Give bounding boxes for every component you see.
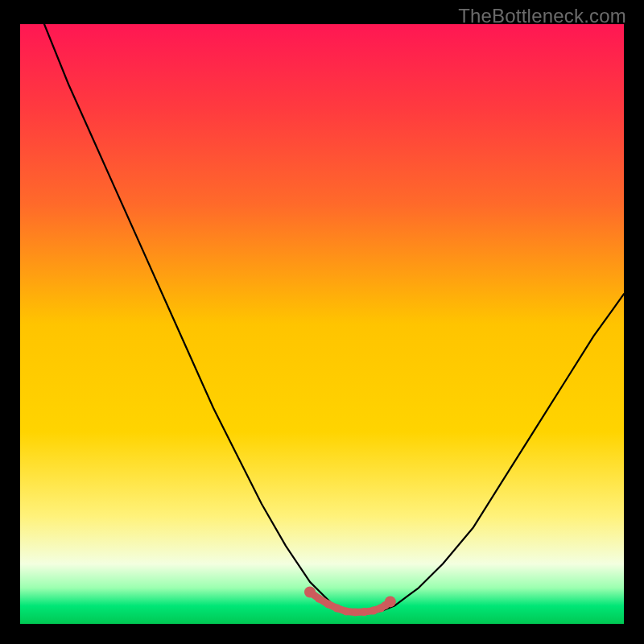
optimal-range-marker (351, 609, 359, 617)
gradient-background (20, 24, 624, 624)
optimal-range-marker (333, 605, 341, 613)
bottleneck-curve-chart (20, 24, 624, 624)
watermark-text: TheBottleneck.com (458, 5, 626, 27)
optimal-range-marker (304, 587, 316, 598)
optimal-range-marker (385, 596, 396, 607)
optimal-range-marker (369, 607, 378, 615)
optimal-range-marker (361, 608, 369, 616)
optimal-range-marker (342, 607, 350, 615)
optimal-range-marker (324, 600, 332, 608)
optimal-range-marker (315, 595, 323, 603)
chart-container: TheBottleneck.com (0, 0, 644, 644)
plot-area (20, 24, 624, 624)
